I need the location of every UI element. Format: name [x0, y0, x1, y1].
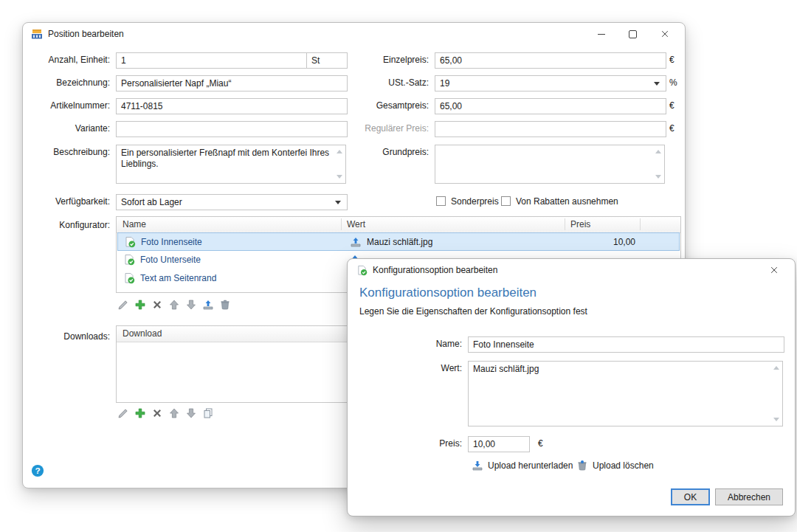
- trash-icon: [576, 460, 588, 471]
- beschreibung-label: Beschreibung:: [29, 147, 110, 157]
- grundpreis-textarea[interactable]: [435, 145, 665, 184]
- upload-delete-link[interactable]: Upload löschen: [576, 460, 654, 471]
- dialog-titlebar: Konfigurationsoption bearbeiten: [348, 259, 795, 281]
- artikelnummer-field[interactable]: 4711-0815: [116, 98, 348, 114]
- beschreibung-textarea[interactable]: Ein personalisierter Freßnapf mit dem Ko…: [116, 145, 346, 184]
- move-up-icon[interactable]: [168, 299, 180, 311]
- konfigurationsoption-dialog: Konfigurationsoption bearbeiten Konfigur…: [347, 258, 796, 517]
- bezeichnung-field[interactable]: Personalisierter Napf „Miau“: [116, 75, 348, 91]
- option-check-icon: [124, 236, 136, 248]
- svg-text:?: ?: [35, 466, 40, 476]
- edit-icon[interactable]: [117, 407, 129, 419]
- konfigurator-label: Konfigurator:: [29, 220, 110, 230]
- maximize-button[interactable]: [617, 23, 649, 45]
- edit-icon[interactable]: [117, 299, 129, 311]
- einheit-field[interactable]: St: [306, 52, 348, 69]
- scroll-down-icon[interactable]: [655, 175, 661, 179]
- column-header-wert[interactable]: Wert: [347, 219, 365, 229]
- trash-icon[interactable]: [219, 299, 231, 311]
- einzelpreis-field[interactable]: 65,00: [435, 52, 666, 69]
- name-field[interactable]: Foto Innenseite: [468, 336, 784, 353]
- ust-satz-value: 19: [440, 78, 449, 89]
- column-divider: [565, 218, 565, 230]
- upload-icon: [350, 236, 362, 248]
- preis-label: Preis:: [381, 438, 462, 449]
- move-down-icon[interactable]: [185, 299, 197, 311]
- cancel-button[interactable]: Abbrechen: [715, 488, 783, 505]
- downloads-toolbar: [117, 407, 214, 419]
- sonderpreis-label: Sonderpreis: [451, 196, 499, 207]
- column-divider: [341, 218, 342, 230]
- preis-field[interactable]: 10,00: [468, 436, 530, 452]
- row-name: Text am Seitenrand: [140, 273, 216, 283]
- preis-currency: €: [538, 438, 543, 449]
- upload-icon[interactable]: [202, 299, 214, 311]
- wert-label: Wert:: [381, 363, 462, 373]
- row-name: Foto Innenseite: [141, 237, 202, 247]
- option-check-icon: [123, 254, 135, 266]
- minimize-button[interactable]: [585, 23, 617, 45]
- add-icon[interactable]: [134, 407, 146, 419]
- help-icon: ?: [31, 464, 44, 477]
- close-icon: [660, 30, 669, 38]
- scroll-up-icon[interactable]: [337, 150, 342, 153]
- konfigurator-toolbar: [117, 299, 231, 311]
- gesamtpreis-label: Gesamtpreis:: [348, 100, 429, 111]
- ust-satz-dropdown[interactable]: 19: [435, 75, 666, 91]
- column-header-name[interactable]: Name: [123, 219, 146, 229]
- close-icon: [770, 266, 779, 274]
- app-icon: [31, 28, 43, 40]
- artikelnummer-label: Artikelnummer:: [29, 100, 110, 111]
- scroll-up-icon[interactable]: [655, 150, 661, 153]
- regulaerer-preis-field[interactable]: [435, 121, 666, 137]
- wert-text: Mauzi schläft.jpg: [473, 364, 539, 374]
- dialog-title: Konfigurationsoption bearbeiten: [373, 265, 497, 275]
- upload-download-label: Upload herunterladen: [488, 460, 573, 471]
- table-row[interactable]: Foto Innenseite Mauzi schläft.jpg 10,00: [117, 232, 680, 251]
- wert-textarea[interactable]: Mauzi schläft.jpg: [468, 361, 783, 426]
- gesamtpreis-field[interactable]: 65,00: [435, 98, 666, 114]
- delete-icon[interactable]: [151, 407, 163, 419]
- minimize-icon: [598, 34, 605, 35]
- verfuegbarkeit-value: Sofort ab Lager: [121, 197, 182, 207]
- anzahl-einheit-label: Anzahl, Einheit:: [29, 55, 110, 65]
- verfuegbarkeit-dropdown[interactable]: Sofort ab Lager: [116, 194, 348, 210]
- column-header-preis[interactable]: Preis: [570, 219, 590, 229]
- dialog-close-button[interactable]: [759, 259, 789, 281]
- add-icon[interactable]: [134, 299, 146, 311]
- move-down-icon[interactable]: [185, 407, 197, 419]
- chevron-down-icon: [654, 82, 660, 86]
- downloads-label: Downloads:: [29, 331, 110, 342]
- konfigurator-table-header: Name Wert Preis: [117, 217, 680, 233]
- dialog-heading: Konfigurationsoption bearbeiten: [359, 286, 536, 300]
- beschreibung-text: Ein personalisierter Freßnapf mit dem Ko…: [121, 148, 329, 169]
- help-button[interactable]: ?: [31, 464, 44, 477]
- move-up-icon[interactable]: [168, 407, 180, 419]
- upload-download-link[interactable]: Upload herunterladen: [472, 460, 573, 471]
- delete-icon[interactable]: [151, 299, 163, 311]
- column-header-download[interactable]: Download: [123, 328, 162, 339]
- ok-button[interactable]: OK: [671, 488, 710, 505]
- anzahl-field[interactable]: 1: [116, 52, 308, 69]
- dialog-subtitle: Legen Sie die Eigenschaften der Konfigur…: [359, 306, 587, 317]
- main-titlebar: Position bearbeiten: [23, 23, 685, 45]
- copy-icon[interactable]: [202, 407, 214, 419]
- scroll-down-icon[interactable]: [773, 418, 779, 421]
- scroll-up-icon[interactable]: [773, 366, 779, 370]
- variante-field[interactable]: [116, 121, 348, 137]
- variante-label: Variante:: [29, 123, 110, 134]
- verfuegbarkeit-label: Verfügbarkeit:: [29, 196, 110, 207]
- column-divider: [640, 218, 641, 230]
- regulaerer-preis-label: Regulärer Preis:: [348, 123, 429, 134]
- rabatte-checkbox[interactable]: [501, 196, 511, 206]
- scroll-down-icon[interactable]: [337, 175, 342, 179]
- ust-satz-label: USt.-Satz:: [348, 77, 429, 88]
- close-button[interactable]: [649, 23, 680, 45]
- sonderpreis-checkbox[interactable]: [436, 196, 446, 206]
- chevron-down-icon: [335, 201, 341, 204]
- grundpreis-label: Grundpreis:: [348, 147, 429, 157]
- maximize-icon: [629, 30, 637, 38]
- bezeichnung-label: Bezeichnung:: [29, 77, 110, 88]
- row-wert: Mauzi schläft.jpg: [367, 237, 432, 247]
- name-label: Name:: [381, 339, 462, 349]
